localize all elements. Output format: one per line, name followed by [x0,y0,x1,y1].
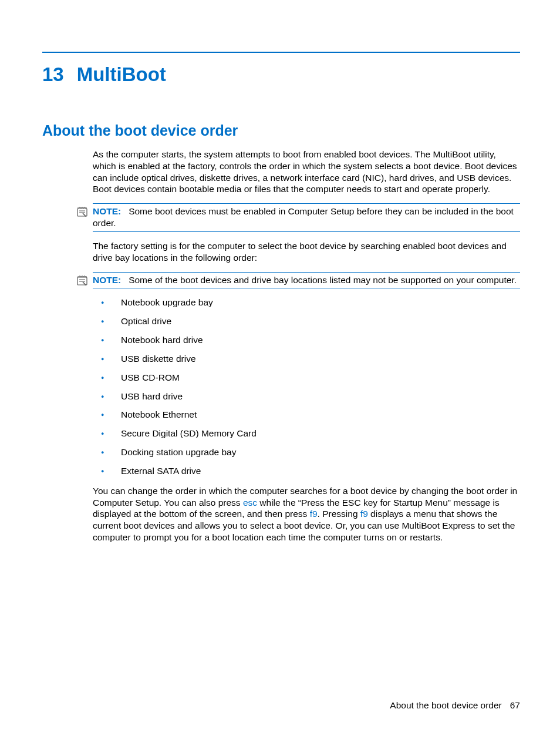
page-content: 13MultiBoot About the boot device order … [0,0,560,543]
note-text: Some of the boot devices and drive bay l… [129,275,517,285]
note-icon [76,274,88,286]
list-item: USB diskette drive [93,353,520,365]
intro-paragraph: As the computer starts, the system attem… [93,149,520,195]
footer-section-title: About the boot device order [390,700,501,710]
note-icon [76,206,88,217]
change-order-paragraph: You can change the order in which the co… [93,485,520,543]
section-heading: About the boot device order [42,122,520,139]
list-item: Notebook hard drive [93,334,520,346]
para3-text: . Pressing [318,509,360,519]
factory-setting-paragraph: The factory setting is for the computer … [93,240,520,264]
keycap-f9: f9 [360,509,368,519]
page-number: 67 [510,700,520,710]
note-block-1: NOTE: Some boot devices must be enabled … [93,203,520,232]
chapter-number: 13 [42,63,64,85]
list-item: Optical drive [93,315,520,327]
keycap-f9: f9 [310,509,318,519]
page-footer: About the boot device order67 [390,700,520,711]
note-label: NOTE: [93,275,121,285]
chapter-rule [42,52,520,53]
note-text: Some boot devices must be enabled in Com… [93,206,514,228]
list-item: Secure Digital (SD) Memory Card [93,428,520,439]
chapter-heading: 13MultiBoot [42,63,520,86]
list-item: Docking station upgrade bay [93,446,520,458]
chapter-title: MultiBoot [77,63,166,85]
list-item: Notebook upgrade bay [93,297,520,308]
list-item: USB CD-ROM [93,372,520,384]
boot-order-list: Notebook upgrade bay Optical drive Noteb… [93,297,520,476]
note-block-2: NOTE: Some of the boot devices and drive… [93,272,520,289]
list-item: USB hard drive [93,391,520,402]
list-item: External SATA drive [93,465,520,477]
keycap-esc: esc [243,498,257,508]
list-item: Notebook Ethernet [93,409,520,421]
note-label: NOTE: [93,206,121,216]
